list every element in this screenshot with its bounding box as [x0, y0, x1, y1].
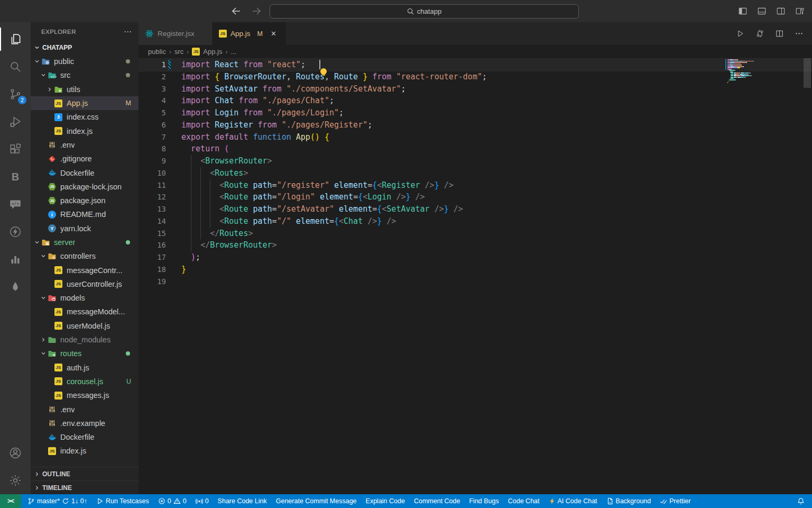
activity-chart-extension-icon[interactable]	[0, 246, 31, 273]
workspace-root-folder[interactable]: CHATAPP	[31, 41, 139, 55]
tree-item-routes[interactable]: routes	[31, 347, 139, 360]
status-generate-commit-message[interactable]: Generate Commit Message	[273, 494, 360, 508]
lightbulb-icon[interactable]	[320, 68, 327, 75]
tree-item-corousel-js[interactable]: JScorousel.jsU	[31, 375, 139, 388]
status-find-bugs[interactable]: Find Bugs	[466, 494, 502, 508]
code-line-7: 7export default function App() {	[139, 131, 812, 143]
tree-item-controllers[interactable]: controllers	[31, 249, 139, 263]
status-label: 0	[183, 497, 187, 505]
activity-run-and-debug-icon[interactable]	[0, 108, 31, 135]
status-notifications[interactable]	[794, 497, 808, 505]
tree-item--env[interactable]: .env	[31, 138, 139, 152]
breadcrumb-item[interactable]: src	[174, 48, 183, 56]
status-explain-code[interactable]: Explain Code	[363, 494, 408, 508]
status-prettier[interactable]: Prettier	[657, 494, 694, 508]
customize-layout-icon[interactable]	[795, 6, 805, 16]
toggle-secondary-sidebar-icon[interactable]	[776, 6, 786, 16]
back-arrow-icon[interactable]	[232, 7, 241, 15]
tree-item-node-modules[interactable]: node_modules	[31, 333, 139, 347]
status-ai-code-chat[interactable]: AI Code Chat	[546, 494, 601, 508]
tree-item-auth-js[interactable]: JSauth.js	[31, 361, 139, 375]
line-number: 5	[139, 107, 166, 119]
tree-item-usercontroller-js[interactable]: JSuserController.js	[31, 277, 139, 291]
status-background[interactable]: Background	[603, 494, 654, 508]
close-icon[interactable]: ✕	[271, 30, 276, 38]
tree-item-messagemodel-[interactable]: JSmessageModel...	[31, 305, 139, 319]
tree-item-index-css[interactable]: 3index.css	[31, 110, 139, 124]
breadcrumb-item[interactable]: public	[148, 48, 166, 56]
line-number: 15	[139, 228, 166, 240]
remote-indicator[interactable]: ><	[0, 494, 21, 508]
tree-item-yarn-lock[interactable]: Yyarn.lock	[31, 222, 139, 235]
tree-item-src[interactable]: </>src	[31, 68, 139, 82]
status-problems[interactable]: 00	[155, 494, 190, 508]
tree-item-server[interactable]: server	[31, 235, 139, 249]
tree-item-usermodel-js[interactable]: JSuserModel.js	[31, 319, 139, 333]
status-ports[interactable]: 0	[192, 494, 212, 508]
tree-item-messages-js[interactable]: JSmessages.js	[31, 388, 139, 402]
status-share-code-link[interactable]: Share Code Link	[215, 494, 270, 508]
split-editor-icon[interactable]	[775, 29, 784, 38]
status-bar: >< master*1↓ 0↑Run Testcases000Share Cod…	[0, 494, 812, 508]
tree-item-package-json[interactable]: JSpackage.json	[31, 194, 139, 207]
tree-item-label: routes	[60, 349, 81, 358]
toggle-panel-icon[interactable]	[757, 6, 767, 16]
tree-item--gitignore[interactable]: .gitignore	[31, 152, 139, 166]
tree-item-utils[interactable]: utils	[31, 83, 139, 96]
compare-changes-icon[interactable]	[755, 29, 764, 38]
tree-item-models[interactable]: models	[31, 291, 139, 305]
line-number: 14	[139, 215, 166, 228]
activity-mongodb-icon[interactable]	[0, 273, 31, 301]
status-comment-code[interactable]: Comment Code	[411, 494, 464, 508]
tree-item-dockerfile[interactable]: Dockerfile	[31, 430, 139, 444]
tree-item-readme-md[interactable]: iREADME.md	[31, 207, 139, 221]
sidebar-section-outline[interactable]: OUTLINE	[31, 467, 139, 480]
activity-accounts-icon[interactable]	[0, 439, 31, 467]
sidebar-section-timeline[interactable]: TIMELINE	[31, 480, 139, 494]
activity-source-control-icon[interactable]: 2	[0, 80, 31, 108]
tree-item-dockerfile[interactable]: Dockerfile	[31, 166, 139, 179]
tab-register-jsx[interactable]: Register.jsx	[139, 22, 213, 45]
tree-item-label: package-lock.json	[60, 183, 122, 191]
sidebar-more-actions-icon[interactable]: ⋯	[124, 27, 132, 37]
status-git-branch[interactable]: master*1↓ 0↑	[24, 494, 90, 508]
tree-item-public[interactable]: public	[31, 55, 139, 68]
activity-explorer-icon[interactable]	[0, 25, 31, 53]
status-run-testcases[interactable]: Run Testcases	[93, 494, 152, 508]
activity-extensions-icon[interactable]	[0, 135, 31, 163]
indent-guide	[200, 167, 201, 239]
activity-settings-icon[interactable]	[0, 467, 31, 494]
breadcrumb-item[interactable]: ...	[230, 48, 236, 56]
tree-item-app-js[interactable]: JSApp.jsM	[31, 96, 139, 110]
run-code-icon[interactable]	[736, 29, 745, 38]
activity-extension-b-icon[interactable]: B	[0, 163, 31, 190]
more-actions-icon[interactable]	[795, 29, 804, 38]
code-editor[interactable]: 1import React from "react";2import { Bro…	[139, 58, 812, 494]
tree-item--env[interactable]: .env	[31, 402, 139, 416]
layout-controls	[738, 6, 805, 16]
svg-text:</>: </>	[51, 75, 57, 79]
js-icon: JS	[54, 127, 63, 135]
tree-item-messagecontr-[interactable]: JSmessageContr...	[31, 263, 139, 277]
minimap[interactable]	[727, 59, 772, 85]
tab-app-js[interactable]: JSApp.jsM✕	[213, 22, 287, 45]
tree-item--env-example[interactable]: .env.example	[31, 416, 139, 430]
tree-item-index-js[interactable]: JSindex.js	[31, 124, 139, 138]
code-line-1: 1import React from "react";	[139, 59, 812, 71]
activity-search-icon[interactable]	[0, 53, 31, 80]
status-label: 1↓ 0↑	[71, 497, 87, 505]
chevron-right-icon	[45, 86, 54, 93]
folder-modified-dot	[126, 73, 130, 77]
status-code-chat[interactable]: Code Chat	[505, 494, 543, 508]
command-center-search[interactable]: chatapp	[270, 4, 579, 19]
forward-arrow-icon[interactable]	[252, 7, 261, 15]
breadcrumb-item[interactable]: App.js	[203, 48, 222, 56]
toggle-primary-sidebar-icon[interactable]	[738, 6, 748, 16]
tree-item-label: messages.js	[67, 391, 109, 400]
tree-item-index-js[interactable]: JSindex.js	[31, 444, 139, 458]
tree-item-package-lock-json[interactable]: JSpackage-lock.json	[31, 180, 139, 194]
breadcrumb[interactable]: public›src›JSApp.js›...	[139, 45, 812, 58]
editor-scrollbar[interactable]	[804, 58, 811, 88]
activity-thunder-client-icon[interactable]	[0, 218, 31, 246]
activity-codegpt-chat-icon[interactable]: </>	[0, 190, 31, 218]
